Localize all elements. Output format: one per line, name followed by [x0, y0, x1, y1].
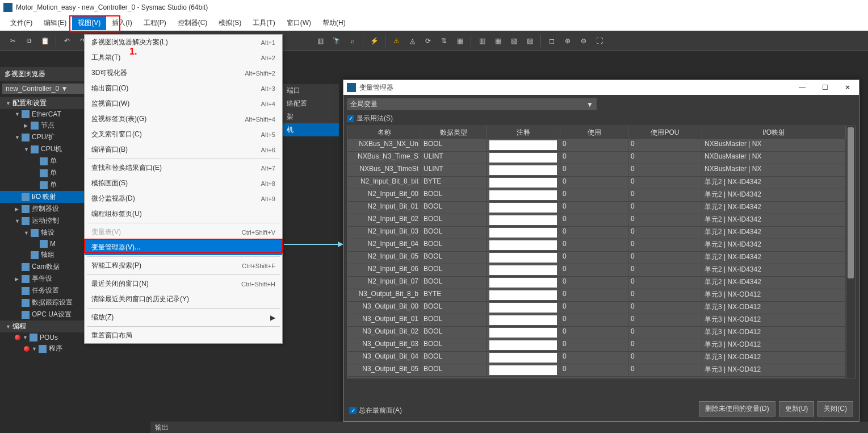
cell-comment-input[interactable]	[489, 190, 557, 200]
binoculars-icon[interactable]: 🔭	[329, 34, 343, 48]
scope-combo[interactable]: 全局变量▼	[347, 98, 597, 110]
cell-name[interactable]: N3_Output_Bit_00	[347, 302, 421, 314]
cell-type[interactable]: BOOL	[421, 214, 487, 227]
menu-item[interactable]: 模拟(S)	[213, 16, 247, 30]
cell-type[interactable]: BOOL	[421, 202, 487, 214]
cell-name[interactable]: N2_Input_Bit_8_bit	[347, 177, 421, 189]
table-row[interactable]: NXBus_N3_TimeStULINT00NXBusMaster | NX	[347, 164, 846, 177]
menu-item[interactable]: 编辑(E)	[38, 16, 72, 30]
cell-name[interactable]: N3_Output_Bit_04	[347, 352, 421, 364]
table-row[interactable]: N3_Output_Bit_05BOOL00单元3 | NX-OD412	[347, 364, 846, 377]
menu-item[interactable]: 智能工程搜索(P)Ctrl+Shift+F	[85, 258, 282, 273]
cut-icon[interactable]: ✂	[6, 34, 20, 48]
cell-name[interactable]: N3_Output_Bit_06	[347, 377, 421, 378]
delete-unused-button[interactable]: 删除未使用的变量(D)	[699, 401, 775, 417]
table-row[interactable]: N2_Input_Bit_03BOOL00单元2 | NX-ID4342	[347, 227, 846, 239]
menu-item[interactable]: 重置窗口布局	[85, 328, 282, 343]
cell-type[interactable]: BOOL	[421, 239, 487, 252]
sync-icon[interactable]: ⟳	[421, 34, 435, 48]
cell-name[interactable]: N2_Input_Bit_01	[347, 202, 421, 214]
build-icon[interactable]: ▥	[313, 34, 328, 48]
menu-item[interactable]: 交叉索引窗口(C)Alt+5	[85, 127, 282, 142]
table-row[interactable]: N3_Output_Bit_04BOOL00单元3 | NX-OD412	[347, 352, 846, 364]
menu-item[interactable]: 编程组标签页(U)	[85, 206, 282, 222]
cell-comment-input[interactable]	[489, 165, 557, 175]
transfer-icon[interactable]: ⇅	[437, 34, 451, 48]
cell-comment-input[interactable]	[489, 253, 557, 263]
port-panel-row[interactable]: 架	[282, 110, 339, 123]
select-icon[interactable]: ◻	[544, 34, 559, 48]
menu-item[interactable]: 3D可视化器Alt+Shift+2	[85, 65, 282, 81]
maximize-button[interactable]: ☐	[814, 84, 836, 91]
cell-type[interactable]: BOOL	[421, 264, 487, 277]
paste-icon[interactable]: 📋	[37, 34, 52, 48]
table-row[interactable]: N3_Output_Bit_8_bBYTE00单元3 | NX-OD412	[347, 289, 846, 302]
menu-item[interactable]: 帮助(H)	[317, 16, 351, 30]
menu-item[interactable]: 缩放(Z)▶	[85, 310, 282, 325]
update-button[interactable]: 更新(U)	[779, 401, 815, 417]
cell-name[interactable]: N2_Input_Bit_00	[347, 189, 421, 202]
layout1-icon[interactable]: ▥	[475, 34, 489, 48]
cell-name[interactable]: N3_Output_Bit_02	[347, 327, 421, 339]
port-panel-row[interactable]: 端口	[282, 84, 339, 97]
cell-type[interactable]: BOOL	[421, 227, 487, 239]
menu-item[interactable]: 最近关闭的窗口(N)Ctrl+Shift+H	[85, 276, 282, 292]
cell-type[interactable]: BOOL	[421, 339, 487, 352]
cell-name[interactable]: NXBus_N3_Time_S	[347, 152, 421, 164]
table-row[interactable]: NXBus_N3_NX_UnBOOL00NXBusMaster | NX	[347, 139, 846, 152]
menu-item[interactable]: 文件(F)	[5, 16, 38, 30]
zoom-out-icon[interactable]: ⊖	[576, 34, 591, 48]
table-row[interactable]: N2_Input_Bit_05BOOL00单元2 | NX-ID4342	[347, 252, 846, 264]
menu-item[interactable]: 编译窗口(B)Alt+6	[85, 142, 282, 157]
menu-item[interactable]: 监视标签页(表)(G)Alt+Shift+4	[85, 111, 282, 127]
menu-item[interactable]: 工具箱(T)Alt+2	[85, 50, 282, 65]
cell-comment-input[interactable]	[489, 365, 557, 375]
copy-icon[interactable]: ⧉	[22, 34, 36, 48]
cell-name[interactable]: NXBus_N3_TimeSt	[347, 164, 421, 177]
tree-node[interactable]: ▼程序	[0, 343, 148, 355]
zoom-in-icon[interactable]: ⊕	[560, 34, 575, 48]
cell-name[interactable]: N2_Input_Bit_02	[347, 214, 421, 227]
cell-name[interactable]: N2_Input_Bit_06	[347, 264, 421, 277]
layout2-icon[interactable]: ▦	[490, 34, 505, 48]
cell-comment-input[interactable]	[489, 140, 557, 150]
undo-icon[interactable]: ↶	[60, 34, 74, 48]
table-row[interactable]: N2_Input_Bit_07BOOL00单元2 | NX-ID4342	[347, 277, 846, 289]
menu-item[interactable]: 清除最近关闭窗口的历史记录(Y)	[85, 292, 282, 307]
search-icon[interactable]: ⌕	[345, 34, 359, 48]
menu-item[interactable]: 工程(P)	[138, 16, 172, 30]
mode-icon[interactable]: ▦	[452, 34, 467, 48]
table-row[interactable]: N3_Output_Bit_02BOOL00单元3 | NX-OD412	[347, 327, 846, 339]
table-row[interactable]: N3_Output_Bit_03BOOL00单元3 | NX-OD412	[347, 339, 846, 352]
cell-type[interactable]: BOOL	[421, 327, 487, 339]
table-row[interactable]: N2_Input_Bit_8_bitBYTE00单元2 | NX-ID4342	[347, 177, 846, 189]
dialog-titlebar[interactable]: 变量管理器 — ☐ ✕	[343, 80, 859, 95]
cell-type[interactable]: BYTE	[421, 289, 487, 302]
menu-item[interactable]: 视图(V)	[72, 16, 106, 30]
close-dialog-button[interactable]: 关闭(C)	[817, 401, 853, 417]
cell-comment-input[interactable]	[489, 315, 557, 325]
output-panel-tab[interactable]: 输出	[150, 422, 868, 433]
table-row[interactable]: N3_Output_Bit_01BOOL00单元3 | NX-OD412	[347, 314, 846, 327]
menu-item[interactable]: 查找和替换结果窗口(E)Alt+7	[85, 160, 282, 176]
zoom-fit-icon[interactable]: ⛶	[592, 34, 607, 48]
cell-name[interactable]: N2_Input_Bit_03	[347, 227, 421, 239]
cell-type[interactable]: BOOL	[421, 314, 487, 327]
cell-type[interactable]: BOOL	[421, 352, 487, 364]
cell-comment-input[interactable]	[489, 353, 557, 363]
menu-item[interactable]: 监视窗口(W)Alt+4	[85, 96, 282, 111]
menu-item[interactable]: 工具(T)	[247, 16, 280, 30]
cell-name[interactable]: N2_Input_Bit_04	[347, 239, 421, 252]
connect-icon[interactable]: ⚡	[367, 34, 381, 48]
cell-name[interactable]: N3_Output_Bit_8_b	[347, 289, 421, 302]
cell-comment-input[interactable]	[489, 328, 557, 338]
cell-comment-input[interactable]	[489, 265, 557, 275]
menu-item[interactable]: 窗口(W)	[281, 16, 317, 30]
scrollbar[interactable]	[846, 126, 855, 378]
cell-type[interactable]: BOOL	[421, 139, 487, 152]
scrollbar-thumb[interactable]	[848, 127, 854, 278]
cell-comment-input[interactable]	[489, 215, 557, 225]
warning-icon[interactable]: ⚠	[389, 34, 404, 48]
table-row[interactable]: N2_Input_Bit_00BOOL00单元2 | NX-ID4342	[347, 189, 846, 202]
cell-comment-input[interactable]	[489, 203, 557, 213]
